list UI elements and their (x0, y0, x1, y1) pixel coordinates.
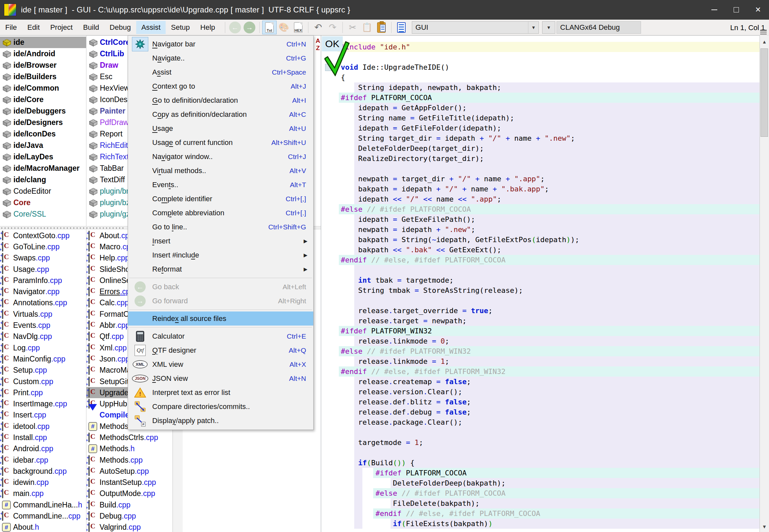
designer-mode-button[interactable]: 🎨 (277, 21, 291, 34)
assist-menu-item-compare-directories-commits[interactable]: Compare directories/commits.. (128, 399, 313, 414)
assist-menu-item-navigator-window[interactable]: Navigator window..Ctrl+J (128, 150, 313, 164)
cut-button[interactable]: ✂ (345, 21, 360, 34)
assist-menu-item-assist[interactable]: AssistCtrl+Space (128, 65, 313, 79)
scroll-up-button[interactable]: ▲ (760, 36, 769, 47)
code-line[interactable] (341, 427, 760, 437)
file-item-instantsetup-cpp[interactable]: C++InstantSetup.cpp (86, 477, 172, 488)
scroll-down-button[interactable]: ▼ (760, 521, 769, 532)
package-item-core-ssl[interactable]: Core/SSL (0, 208, 86, 220)
file-item-methodsctrls-cpp[interactable]: C++MethodsCtrls.cpp (86, 432, 172, 443)
file-item-autosetup-cpp[interactable]: C++AutoSetup.cpp (86, 466, 172, 477)
menu-setup[interactable]: Setup (166, 21, 195, 34)
minimize-button[interactable] (703, 0, 725, 20)
code-line[interactable]: idepath = GetExeFilePath(); (341, 214, 760, 224)
package-item-ide-common[interactable]: ide/Common (0, 82, 86, 94)
file-item-commandlineha-h[interactable]: #CommandLineHa...h (0, 499, 86, 510)
code-line[interactable]: release.def.blitz = false; (341, 397, 760, 407)
text-mode-button[interactable]: Txt (262, 21, 277, 34)
assist-menu-item-insert[interactable]: Insert▶ (128, 234, 313, 248)
file-item-print-cpp[interactable]: C++Print.cpp (0, 387, 86, 398)
code-line[interactable]: release.target = newpath; (341, 316, 760, 326)
file-item-events-cpp[interactable]: C++Events.cpp (0, 320, 86, 331)
file-item-custom-cpp[interactable]: C++Custom.cpp (0, 376, 86, 387)
package-item-ide-browser[interactable]: ide/Browser (0, 60, 86, 71)
code-line[interactable] (341, 265, 760, 275)
package-item-ide-macromanager[interactable]: ide/MacroManager (0, 163, 86, 174)
copy-button[interactable]: 📋 (360, 21, 374, 34)
assist-menu-item-context-go-to[interactable]: Context go toAlt+J (128, 79, 313, 93)
build-method-combo[interactable]: CLANGx64 Debug (557, 21, 641, 34)
file-item-android-cpp[interactable]: C++Android.cpp (0, 443, 86, 454)
code-line[interactable]: newpath = idepath + ".new"; (341, 224, 760, 235)
code-line[interactable]: release.def.debug = false; (341, 407, 760, 417)
package-item-ide-laydes[interactable]: ide/LayDes (0, 151, 86, 163)
code-line[interactable] (341, 164, 760, 174)
file-item-annotations-cpp[interactable]: C++Annotations.cpp (0, 297, 86, 309)
code-line[interactable]: release.linkmode = 1; (341, 356, 760, 366)
assist-menu-item-complete-identifier[interactable]: Complete identifierCtrl+[,] (128, 192, 313, 206)
code-line[interactable]: #endif // #else, #ifdef PLATFORM_WIN32 (341, 366, 760, 377)
undo-button[interactable]: ↶ (311, 21, 325, 34)
assist-menu-item-reindex-all-source-files[interactable]: Reindex all source files (128, 311, 313, 326)
code-line[interactable]: release.package.Clear(); (341, 417, 760, 427)
file-item-idetool-cpp[interactable]: C++idetool.cpp (0, 421, 86, 432)
assist-menu-item-go-to-definition-declaration[interactable]: Go to definition/declarationAlt+I (128, 93, 313, 107)
code-line[interactable] (341, 448, 760, 458)
package-item-ide-icondes[interactable]: ide/IconDes (0, 128, 86, 140)
assist-menu-item-qtf-designer[interactable]: QtfQTF designerAlt+Q (128, 343, 313, 357)
sort-az-button[interactable]: A Z (314, 37, 322, 52)
assist-menu-item-reformat[interactable]: Reformat▶ (128, 262, 313, 276)
assist-menu-item-display-apply-patch[interactable]: PDisplay/apply patch.. (128, 414, 313, 428)
code-line[interactable]: release.version.Clear(); (341, 387, 760, 397)
assist-menu-item-go-back[interactable]: ←Go backAlt+Left (128, 280, 313, 294)
file-item-log-cpp[interactable]: C++Log.cpp (0, 342, 86, 353)
file-item-usage-cpp[interactable]: C++Usage.cpp (0, 264, 86, 275)
menu-project[interactable]: Project (45, 21, 78, 34)
assist-menu-item-usage[interactable]: UsageAlt+U (128, 121, 313, 135)
code-line[interactable]: String name = GetFileTitle(idepath); (341, 113, 760, 123)
file-item-idewin-cpp[interactable]: C++idewin.cpp (0, 477, 86, 488)
file-item-debug-cpp[interactable]: C++Debug.cpp (86, 510, 172, 522)
go-back-button[interactable]: ← (228, 21, 242, 34)
file-item-insert-cpp[interactable]: C++Insert.cpp (0, 410, 86, 421)
package-item-ide-debuggers[interactable]: ide/Debuggers (0, 105, 86, 117)
code-line[interactable]: release.linkmode = 0; (341, 336, 760, 346)
assist-menu-item-go-forward[interactable]: →Go forwardAlt+Right (128, 294, 313, 308)
hex-mode-button[interactable]: HEX (291, 21, 305, 34)
file-item-main-cpp[interactable]: C++main.cpp (0, 488, 86, 499)
menu-edit[interactable]: Edit (22, 21, 45, 34)
file-item-methods-cpp[interactable]: C++Methods.cpp (86, 454, 172, 466)
assist-menu-item-complete-abbreviation[interactable]: Complete abbreviationCtrl+[.] (128, 206, 313, 220)
code-line[interactable]: if(FileExists(bakpath)) (341, 519, 760, 529)
close-button[interactable]: ✕ (747, 0, 769, 20)
file-item-commandline-cpp[interactable]: C++CommandLine...cpp (0, 510, 86, 522)
code-line[interactable]: #else // #ifdef PLATFORM_COCOA (341, 488, 760, 498)
code-line[interactable] (341, 295, 760, 306)
code-line[interactable]: #else // #ifdef PLATFORM_COCOA (341, 204, 760, 214)
code-line[interactable]: bakpath = String(~idepath, GetFileExtPos… (341, 235, 760, 245)
file-item-insertimage-cpp[interactable]: C++InsertImage.cpp (0, 398, 86, 409)
code-line[interactable]: release.target_override = true; (341, 306, 760, 316)
assist-menu-item-insert-include[interactable]: Insert #include▶ (128, 248, 313, 262)
code-line[interactable]: if(Build()) { (341, 458, 760, 468)
package-item-ide-core[interactable]: ide/Core (0, 94, 86, 105)
file-item-about-h[interactable]: #About.h (0, 522, 86, 532)
menu-assist[interactable]: Assist (136, 21, 166, 34)
file-item-build-cpp[interactable]: C++Build.cpp (86, 499, 172, 510)
code-line[interactable]: #ifdef PLATFORM_COCOA (341, 468, 760, 478)
edit-file-button[interactable] (394, 21, 409, 34)
code-line[interactable]: DeleteFolderDeep(bakpath); (341, 478, 760, 488)
file-item-swaps-cpp[interactable]: C++Swaps.cpp (0, 253, 86, 264)
editor-scrollbar[interactable]: ▲ ▼ (760, 35, 769, 532)
file-item-background-cpp[interactable]: C++background.cpp (0, 466, 86, 477)
scrollbar-thumb[interactable] (760, 48, 768, 137)
code-line[interactable]: #ifdef PLATFORM_COCOA (341, 93, 760, 103)
code-line[interactable]: int tbak = targetmode; (341, 275, 760, 285)
file-item-valgrind-cpp[interactable]: C++Valgrind.cpp (86, 522, 172, 532)
assist-menu-item-interpret-text-as-error-list[interactable]: !Interpret text as error list (128, 385, 313, 399)
assist-menu-item-navigator-bar[interactable]: Navigator barCtrl+N (128, 37, 313, 51)
menu-debug[interactable]: Debug (104, 21, 136, 34)
code-line[interactable]: newpath = target_dir + "/" + name + ".ap… (341, 174, 760, 184)
file-item-setup-cpp[interactable]: C++Setup.cpp (0, 365, 86, 376)
package-item-ide-java[interactable]: ide/Java (0, 140, 86, 151)
